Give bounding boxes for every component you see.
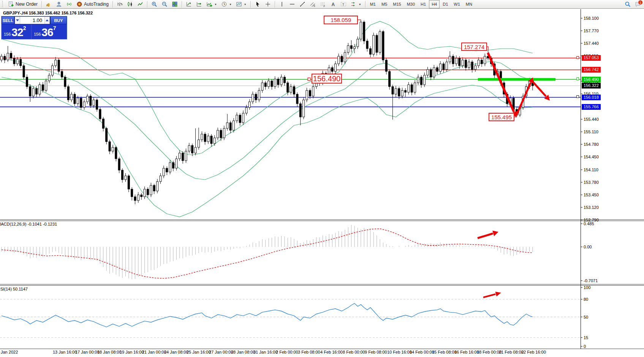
svg-text:E: E <box>313 5 315 7</box>
timeframe-button-d1[interactable]: D1 <box>440 0 451 8</box>
clock-icon <box>221 1 227 7</box>
one-click-prices: 156 32 2 156 36 7 <box>2 24 67 39</box>
vertical-line-tool-button[interactable] <box>277 0 287 9</box>
cursor-tool-button[interactable] <box>253 0 263 9</box>
search-icon <box>625 1 631 7</box>
price-level-badge: 156.018 <box>582 95 601 100</box>
text-tool-button[interactable]: A <box>328 0 338 9</box>
svg-text:-0.7071: -0.7071 <box>584 278 598 283</box>
sell-button[interactable]: SELL <box>2 16 14 24</box>
buy-price-display[interactable]: 156 36 7 <box>32 24 67 39</box>
sell-price-display[interactable]: 156 32 2 <box>2 24 32 39</box>
search-button[interactable] <box>623 0 633 9</box>
community-button[interactable] <box>54 0 64 9</box>
toolbar: New OrderAutoTrading▼▼▼EFAT▼M1M5M15M30H1… <box>0 0 644 9</box>
svg-text:10 Feb 16:00: 10 Feb 16:00 <box>387 350 412 354</box>
line-handle-marker[interactable] <box>576 77 579 80</box>
svg-text:0.00: 0.00 <box>584 245 592 249</box>
chart-canvas[interactable]: 158.100157.770157.440157.110156.440156.1… <box>0 9 644 357</box>
price-annotation-box[interactable]: 155.495 <box>489 113 514 121</box>
notifications-button[interactable]: 1 <box>633 0 643 9</box>
autotrading-button[interactable]: AutoTrading <box>74 0 111 9</box>
line-handle-marker[interactable] <box>576 56 579 59</box>
new-order-button[interactable]: New Order <box>6 0 40 9</box>
timeframe-button-h4[interactable]: H4 <box>429 0 440 8</box>
trendline-tool-button[interactable] <box>297 0 307 9</box>
one-click-trading-panel: SELL 1.00 BUY 156 32 2 156 36 7 <box>1 16 67 39</box>
buy-button[interactable]: BUY <box>50 16 67 24</box>
bar-chart-button[interactable] <box>115 0 125 9</box>
svg-text:18 Jan 08:00: 18 Jan 08:00 <box>97 350 122 354</box>
volume-decrease-button[interactable] <box>15 17 20 24</box>
volume-input[interactable]: 1.00 <box>20 17 44 24</box>
timeframe-button-m30[interactable]: M30 <box>404 0 418 8</box>
svg-text:14 Feb 00:00: 14 Feb 00:00 <box>410 350 434 354</box>
horn-icon <box>46 1 52 7</box>
fibonacci-tool-button[interactable]: F <box>318 0 328 9</box>
horizontal-line-tool-button[interactable] <box>287 0 297 9</box>
equidistant-channel-tool-button[interactable]: E <box>308 0 318 9</box>
toolbar-separator <box>182 1 182 8</box>
signal-icon <box>66 1 72 7</box>
svg-text:154.450: 154.450 <box>584 155 599 159</box>
chevron-down-icon: ▼ <box>214 3 217 6</box>
chevron-down-icon: ▼ <box>359 3 361 6</box>
new-chart-button[interactable]: ▼ <box>204 0 219 9</box>
support-resistance-bar[interactable] <box>478 78 555 81</box>
zoom-out-button[interactable] <box>160 0 169 9</box>
chart-shift-button[interactable] <box>194 0 204 9</box>
timeframe-button-m15[interactable]: M15 <box>390 0 403 8</box>
crosshair-icon <box>265 1 271 7</box>
svg-text:13 Jan 16:00: 13 Jan 16:00 <box>53 350 77 354</box>
rsi-label: RSI(14) 50.1147 <box>0 287 28 291</box>
volume-increase-button[interactable] <box>44 17 50 24</box>
timeframe-button-m1[interactable]: M1 <box>367 0 378 8</box>
svg-text:153.120: 153.120 <box>584 205 599 210</box>
zoom-in-button[interactable] <box>149 0 159 9</box>
candlestick-chart-button[interactable] <box>125 0 135 9</box>
crosshair-tool-button[interactable] <box>263 0 273 9</box>
price-level-badge: 156.490 <box>582 77 601 82</box>
price-annotation-box[interactable]: 158.059 <box>324 16 358 24</box>
svg-text:4 Feb 16:00: 4 Feb 16:00 <box>320 350 343 354</box>
time-axis[interactable]: Jan 202213 Jan 16:0017 Jan 00:0018 Jan 0… <box>1 350 546 354</box>
autotrade-icon <box>76 1 82 7</box>
news-button[interactable] <box>44 0 54 9</box>
svg-text:24 Jan 08:00: 24 Jan 08:00 <box>164 350 188 354</box>
toolbar-separator <box>275 1 275 8</box>
period-menu-button[interactable]: ▼ <box>219 0 234 9</box>
price-annotation-box[interactable]: 156.490 <box>312 74 342 84</box>
line-handle-marker[interactable] <box>576 95 579 98</box>
vertical-line-icon <box>279 1 285 7</box>
svg-text:19 Jan 16:00: 19 Jan 16:00 <box>120 350 144 354</box>
chevron-down-icon: ▼ <box>244 3 247 6</box>
zoom-out-icon <box>161 1 168 7</box>
chart-shift-icon <box>196 1 202 7</box>
svg-text:21 Jan 00:00: 21 Jan 00:00 <box>142 350 166 354</box>
svg-text:9 Feb 08:00: 9 Feb 08:00 <box>365 350 387 354</box>
autoscroll-icon <box>186 1 192 7</box>
timeframe-button-h1[interactable]: H1 <box>418 0 429 8</box>
trendline-icon <box>299 1 305 7</box>
timeframe-button-mn[interactable]: MN <box>463 0 475 8</box>
auto-scroll-button[interactable] <box>184 0 194 9</box>
arrows-tool-button[interactable]: ▼ <box>349 0 363 9</box>
person-icon <box>56 1 62 7</box>
price-level-badge: 155.766 <box>582 104 601 110</box>
template-menu-button[interactable]: ▼ <box>234 0 248 9</box>
toolbar-button-label: New Order <box>16 2 38 7</box>
timeframe-button-m5[interactable]: M5 <box>379 0 390 8</box>
tile-windows-button[interactable] <box>170 0 180 9</box>
price-annotation-box[interactable]: 157.274 <box>461 43 487 51</box>
svg-text:0: 0 <box>584 344 586 349</box>
line-chart-button[interactable] <box>135 0 145 9</box>
timeframe-button-w1[interactable]: W1 <box>451 0 463 8</box>
svg-text:154.780: 154.780 <box>584 142 599 147</box>
sell-price-big: 32 <box>11 27 23 38</box>
svg-text:158.100: 158.100 <box>584 16 599 21</box>
text-label-tool-button[interactable]: T <box>339 0 348 9</box>
template-icon <box>236 1 242 7</box>
bar-chart-icon <box>117 1 123 7</box>
signals-button[interactable] <box>64 0 74 9</box>
sell-price-sup: 2 <box>23 25 26 31</box>
